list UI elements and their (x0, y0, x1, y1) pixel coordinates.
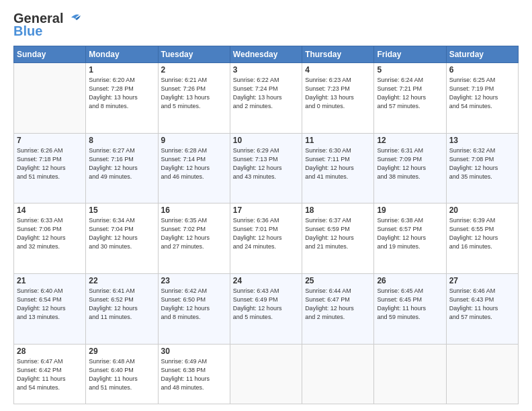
day-info: Sunrise: 6:21 AM Sunset: 7:26 PM Dayligh… (161, 76, 227, 111)
calendar-week-row: 7Sunrise: 6:26 AM Sunset: 7:18 PM Daylig… (14, 133, 519, 203)
day-info: Sunrise: 6:22 AM Sunset: 7:24 PM Dayligh… (233, 76, 299, 111)
day-number: 14 (17, 205, 83, 215)
day-info: Sunrise: 6:27 AM Sunset: 7:16 PM Dayligh… (89, 146, 154, 181)
calendar-cell: 15Sunrise: 6:34 AM Sunset: 7:04 PM Dayli… (86, 203, 158, 274)
day-info: Sunrise: 6:45 AM Sunset: 6:45 PM Dayligh… (377, 287, 443, 322)
day-info: Sunrise: 6:35 AM Sunset: 7:02 PM Dayligh… (161, 216, 227, 251)
calendar-cell (14, 63, 86, 134)
day-number: 23 (161, 276, 227, 285)
day-info: Sunrise: 6:33 AM Sunset: 7:06 PM Dayligh… (17, 216, 83, 251)
weekday-header-sunday: Sunday (14, 46, 86, 63)
calendar-cell: 23Sunrise: 6:42 AM Sunset: 6:50 PM Dayli… (158, 273, 230, 344)
calendar-cell: 12Sunrise: 6:31 AM Sunset: 7:09 PM Dayli… (374, 133, 446, 203)
calendar-cell: 21Sunrise: 6:40 AM Sunset: 6:54 PM Dayli… (14, 273, 86, 344)
day-number: 13 (449, 136, 515, 145)
day-info: Sunrise: 6:23 AM Sunset: 7:23 PM Dayligh… (305, 76, 371, 111)
day-info: Sunrise: 6:29 AM Sunset: 7:13 PM Dayligh… (233, 146, 299, 181)
calendar-cell: 29Sunrise: 6:48 AM Sunset: 6:40 PM Dayli… (86, 344, 158, 404)
calendar-week-row: 21Sunrise: 6:40 AM Sunset: 6:54 PM Dayli… (14, 273, 519, 344)
day-number: 25 (305, 276, 371, 285)
calendar-cell: 2Sunrise: 6:21 AM Sunset: 7:26 PM Daylig… (158, 63, 230, 134)
day-info: Sunrise: 6:44 AM Sunset: 6:47 PM Dayligh… (305, 287, 371, 322)
day-number: 30 (161, 347, 227, 356)
day-info: Sunrise: 6:30 AM Sunset: 7:11 PM Dayligh… (305, 146, 371, 181)
day-number: 29 (89, 347, 154, 356)
day-number: 19 (377, 205, 443, 215)
day-info: Sunrise: 6:49 AM Sunset: 6:38 PM Dayligh… (161, 357, 227, 392)
day-info: Sunrise: 6:38 AM Sunset: 6:57 PM Dayligh… (377, 216, 443, 251)
day-info: Sunrise: 6:43 AM Sunset: 6:49 PM Dayligh… (233, 287, 299, 322)
day-number: 11 (305, 136, 371, 145)
calendar-cell: 18Sunrise: 6:37 AM Sunset: 6:59 PM Dayli… (302, 203, 374, 274)
calendar-header-row: SundayMondayTuesdayWednesdayThursdayFrid… (14, 46, 519, 63)
calendar-week-row: 28Sunrise: 6:47 AM Sunset: 6:42 PM Dayli… (14, 344, 519, 404)
calendar-cell: 25Sunrise: 6:44 AM Sunset: 6:47 PM Dayli… (302, 273, 374, 344)
calendar-cell (374, 344, 446, 404)
day-number: 1 (89, 65, 154, 75)
logo-bird-icon (66, 12, 81, 26)
calendar-cell: 22Sunrise: 6:41 AM Sunset: 6:52 PM Dayli… (86, 273, 158, 344)
day-info: Sunrise: 6:36 AM Sunset: 7:01 PM Dayligh… (233, 216, 299, 251)
day-number: 4 (305, 65, 371, 75)
day-info: Sunrise: 6:37 AM Sunset: 6:59 PM Dayligh… (305, 216, 371, 251)
calendar-week-row: 1Sunrise: 6:20 AM Sunset: 7:28 PM Daylig… (14, 63, 519, 134)
weekday-header-monday: Monday (86, 46, 158, 63)
day-number: 12 (377, 136, 443, 145)
day-number: 18 (305, 205, 371, 215)
day-number: 24 (233, 276, 299, 285)
day-number: 9 (161, 136, 227, 145)
calendar-cell (446, 344, 518, 404)
calendar-cell: 27Sunrise: 6:46 AM Sunset: 6:43 PM Dayli… (446, 273, 518, 344)
calendar-cell: 13Sunrise: 6:32 AM Sunset: 7:08 PM Dayli… (446, 133, 518, 203)
day-info: Sunrise: 6:42 AM Sunset: 6:50 PM Dayligh… (161, 287, 227, 322)
calendar-cell: 7Sunrise: 6:26 AM Sunset: 7:18 PM Daylig… (14, 133, 86, 203)
calendar-cell: 30Sunrise: 6:49 AM Sunset: 6:38 PM Dayli… (158, 344, 230, 404)
day-number: 6 (449, 65, 515, 75)
calendar-cell: 11Sunrise: 6:30 AM Sunset: 7:11 PM Dayli… (302, 133, 374, 203)
calendar-week-row: 14Sunrise: 6:33 AM Sunset: 7:06 PM Dayli… (14, 203, 519, 274)
day-number: 22 (89, 276, 154, 285)
calendar-cell: 28Sunrise: 6:47 AM Sunset: 6:42 PM Dayli… (14, 344, 86, 404)
day-number: 16 (161, 205, 227, 215)
day-number: 5 (377, 65, 443, 75)
day-info: Sunrise: 6:31 AM Sunset: 7:09 PM Dayligh… (377, 146, 443, 181)
weekday-header-thursday: Thursday (302, 46, 374, 63)
day-info: Sunrise: 6:25 AM Sunset: 7:19 PM Dayligh… (449, 76, 515, 111)
calendar-cell: 24Sunrise: 6:43 AM Sunset: 6:49 PM Dayli… (230, 273, 302, 344)
calendar-cell: 6Sunrise: 6:25 AM Sunset: 7:19 PM Daylig… (446, 63, 518, 134)
calendar-cell (230, 344, 302, 404)
calendar-cell: 4Sunrise: 6:23 AM Sunset: 7:23 PM Daylig… (302, 63, 374, 134)
day-info: Sunrise: 6:48 AM Sunset: 6:40 PM Dayligh… (89, 357, 154, 392)
day-number: 10 (233, 136, 299, 145)
day-number: 15 (89, 205, 154, 215)
day-number: 26 (377, 276, 443, 285)
day-info: Sunrise: 6:28 AM Sunset: 7:14 PM Dayligh… (161, 146, 227, 181)
day-number: 27 (449, 276, 515, 285)
header: General Blue (13, 11, 519, 39)
day-info: Sunrise: 6:34 AM Sunset: 7:04 PM Dayligh… (89, 216, 154, 251)
calendar-cell: 9Sunrise: 6:28 AM Sunset: 7:14 PM Daylig… (158, 133, 230, 203)
calendar-cell: 8Sunrise: 6:27 AM Sunset: 7:16 PM Daylig… (86, 133, 158, 203)
day-info: Sunrise: 6:40 AM Sunset: 6:54 PM Dayligh… (17, 287, 83, 322)
calendar-cell: 17Sunrise: 6:36 AM Sunset: 7:01 PM Dayli… (230, 203, 302, 274)
calendar-cell: 16Sunrise: 6:35 AM Sunset: 7:02 PM Dayli… (158, 203, 230, 274)
weekday-header-saturday: Saturday (446, 46, 518, 63)
weekday-header-friday: Friday (374, 46, 446, 63)
day-info: Sunrise: 6:26 AM Sunset: 7:18 PM Dayligh… (17, 146, 83, 181)
day-number: 8 (89, 136, 154, 145)
day-number: 7 (17, 136, 83, 145)
day-number: 21 (17, 276, 83, 285)
calendar-cell: 19Sunrise: 6:38 AM Sunset: 6:57 PM Dayli… (374, 203, 446, 274)
weekday-header-tuesday: Tuesday (158, 46, 230, 63)
calendar-cell (302, 344, 374, 404)
calendar-cell: 5Sunrise: 6:24 AM Sunset: 7:21 PM Daylig… (374, 63, 446, 134)
calendar-cell: 14Sunrise: 6:33 AM Sunset: 7:06 PM Dayli… (14, 203, 86, 274)
calendar-cell: 20Sunrise: 6:39 AM Sunset: 6:55 PM Dayli… (446, 203, 518, 274)
day-info: Sunrise: 6:20 AM Sunset: 7:28 PM Dayligh… (89, 76, 154, 111)
day-number: 20 (449, 205, 515, 215)
day-info: Sunrise: 6:32 AM Sunset: 7:08 PM Dayligh… (449, 146, 515, 181)
calendar-cell: 10Sunrise: 6:29 AM Sunset: 7:13 PM Dayli… (230, 133, 302, 203)
day-info: Sunrise: 6:24 AM Sunset: 7:21 PM Dayligh… (377, 76, 443, 111)
day-number: 3 (233, 65, 299, 75)
calendar-table: SundayMondayTuesdayWednesdayThursdayFrid… (13, 46, 519, 404)
